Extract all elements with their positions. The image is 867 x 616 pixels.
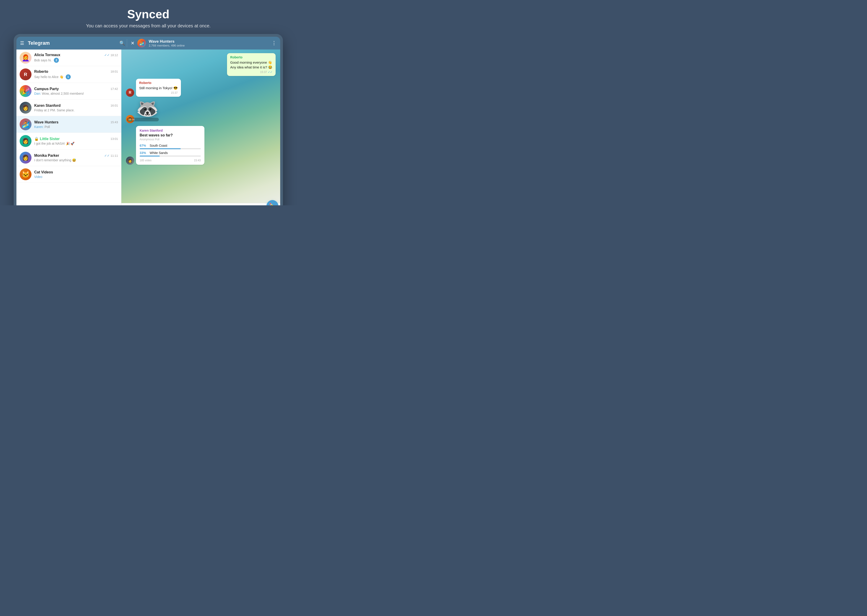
page-header: Synced You can access your messages from… <box>86 0 210 34</box>
contact-name: Karen Stanford <box>34 104 61 108</box>
chat-panel: Roberto Good morning everyone 👋Any idea … <box>121 50 280 205</box>
avatar: 👩 <box>20 135 31 147</box>
avatar: 👩 <box>20 102 31 114</box>
preview-sender: Dan: <box>34 92 41 95</box>
poll-bar-track <box>140 156 201 157</box>
contact-name: Alicia Torreaux <box>34 53 60 57</box>
unread-badge: 1 <box>66 74 71 79</box>
sticker-row: 👨‍🦱 🦝 15:38 <box>126 99 276 123</box>
avatar: 🎉 <box>20 85 31 97</box>
poll-pct: 33% <box>140 151 148 155</box>
avatar: 👩‍🦰 <box>20 52 31 64</box>
tablet-wrapper: ☰ Telegram 🔍 ✕ 🏄 Wave Hunters 2,768 memb… <box>14 34 283 205</box>
preview-sender: Karen: <box>34 125 44 129</box>
list-item-body: Roberto 18:01 Say hello to Alice 👋 1 <box>34 69 118 79</box>
list-item[interactable]: 🐱 Cat Videos Video <box>16 166 121 183</box>
message-row: Roberto Good morning everyone 👋Any idea … <box>126 53 276 76</box>
poll-avatar: 👩 <box>126 157 134 165</box>
poll-option[interactable]: 67% South Coast <box>140 144 201 149</box>
message-row: 👩 Karen Stanford Best waves so far? Anon… <box>126 126 276 165</box>
poll-bubble: Karen Stanford Best waves so far? Anonym… <box>136 126 204 165</box>
input-bar: 😊 📎 🎤 <box>121 203 280 205</box>
preview-sender: Video <box>34 175 42 179</box>
search-icon[interactable]: 🔍 <box>119 40 125 46</box>
avatar: R <box>20 68 31 80</box>
list-item-body: Monika Parker ✓✓ 11:11 I don't remember … <box>34 154 118 162</box>
list-item-body: 🔒 Little Sister 13:01 I got the job at N… <box>34 137 118 145</box>
chat-messages: Roberto Good morning everyone 👋Any idea … <box>121 50 280 203</box>
list-item[interactable]: 👩‍🦰 Alicia Torreaux ✓✓ 18:12 Bob says hi… <box>16 50 121 66</box>
list-item-body: Cat Videos Video <box>34 170 118 179</box>
list-item[interactable]: R Roberto 18:01 Say hello to Alice 👋 1 <box>16 66 121 83</box>
check-icon: ✓✓ <box>104 154 110 157</box>
check-icon: ✓✓ <box>268 71 272 74</box>
poll-sender: Karen Stanford <box>140 129 201 132</box>
unread-badge: 2 <box>54 58 59 63</box>
poll-type: Anonymous Poll <box>140 138 201 141</box>
message-sender: Roberto <box>139 81 178 85</box>
chat-header: ✕ 🏄 Wave Hunters 2,768 members, 496 onli… <box>129 39 276 47</box>
message-text: Still morning in Tokyo! 😎 <box>139 86 178 90</box>
chat-status: 2,768 members, 496 online <box>149 44 269 47</box>
poll-option-label: White Sands <box>150 151 168 155</box>
avatar: 🐱 <box>20 168 31 180</box>
contact-name: Campus Party <box>34 87 59 91</box>
message-time: 16:01 <box>110 104 118 107</box>
message-row: R Roberto Still morning in Tokyo! 😎 15:3… <box>126 79 276 97</box>
close-icon[interactable]: ✕ <box>131 40 135 46</box>
list-item-body: Karen Stanford 16:01 Friday at 2 PM. Sam… <box>34 104 118 112</box>
chat-group-avatar: 🏄 <box>137 39 146 47</box>
list-item[interactable]: 🎉 Campus Party 17:42 Dan: Wow, almost 2,… <box>16 83 121 99</box>
list-item-body: Wave Hunters 15:43 Karen: Poll <box>34 120 118 129</box>
page-title: Synced <box>86 7 210 21</box>
red-panda-sticker: 🦝 <box>136 99 159 118</box>
preview-text: I got the job at NASA! 🎉 🚀 <box>34 142 74 145</box>
message-sender: Roberto <box>230 55 272 59</box>
poll-bar-fill <box>140 148 181 149</box>
preview-text: I don't remember anything 😅 <box>34 158 76 162</box>
message-time: 15:37 <box>260 71 267 74</box>
sidebar-header: ☰ Telegram 🔍 <box>20 40 125 46</box>
contact-name: Monika Parker <box>34 154 59 158</box>
message-time: 18:01 <box>110 70 118 73</box>
poll-votes: 185 votes <box>140 159 151 162</box>
preview-text: Wow, almost 2,500 members! <box>42 92 84 95</box>
top-bar-divider <box>127 39 127 47</box>
message-time: ✓✓ 18:12 <box>104 53 118 57</box>
check-icon: ✓✓ <box>104 53 110 57</box>
hamburger-icon[interactable]: ☰ <box>20 40 24 46</box>
sticker-container: 🦝 15:38 <box>136 99 159 123</box>
message-avatar: R <box>126 88 134 97</box>
main-content: 👩‍🦰 Alicia Torreaux ✓✓ 18:12 Bob says hi… <box>16 50 280 205</box>
contact-name: Cat Videos <box>34 170 53 174</box>
list-item-body: Alicia Torreaux ✓✓ 18:12 Bob says hi. 2 <box>34 53 118 63</box>
message-time: 17:42 <box>110 87 118 91</box>
message-bubble: Roberto Good morning everyone 👋Any idea … <box>227 53 276 76</box>
poll-pct: 67% <box>140 144 148 148</box>
poll-option[interactable]: 33% White Sands <box>140 151 201 157</box>
app-title: Telegram <box>28 40 116 46</box>
preview-text: Bob says hi. <box>34 58 52 62</box>
poll-time: 15:43 <box>194 159 201 162</box>
message-bubble: Roberto Still morning in Tokyo! 😎 15:37 <box>136 79 181 97</box>
list-item[interactable]: 👩 Karen Stanford 16:01 Friday at 2 PM. S… <box>16 99 121 116</box>
avatar: 🏄 <box>20 118 31 130</box>
top-bar: ☰ Telegram 🔍 ✕ 🏄 Wave Hunters 2,768 memb… <box>16 37 280 50</box>
more-icon[interactable]: ⋮ <box>272 40 276 46</box>
message-time: 13:01 <box>110 137 118 141</box>
list-item[interactable]: 🏄 Wave Hunters 15:43 Karen: Poll <box>16 116 121 133</box>
avatar: 👩 <box>20 152 31 163</box>
list-item[interactable]: 👩 Monika Parker ✓✓ 11:11 I don't remembe… <box>16 149 121 166</box>
preview-text: Poll <box>44 125 50 129</box>
page-subtitle: You can access your messages from all yo… <box>86 23 210 28</box>
chat-name: Wave Hunters <box>149 39 269 44</box>
contact-name: 🔒 Little Sister <box>34 137 60 141</box>
contact-name: Wave Hunters <box>34 120 58 124</box>
preview-text: Say hello to Alice 👋 <box>34 75 63 79</box>
preview-text: Friday at 2 PM. Same place. <box>34 108 75 112</box>
poll-option-label: South Coast <box>150 144 167 148</box>
list-item[interactable]: 👩 🔒 Little Sister 13:01 I got the job at… <box>16 133 121 149</box>
poll-bar-track <box>140 148 201 149</box>
message-time: 15:37 <box>171 91 178 94</box>
chat-sidebar: 👩‍🦰 Alicia Torreaux ✓✓ 18:12 Bob says hi… <box>16 50 121 205</box>
